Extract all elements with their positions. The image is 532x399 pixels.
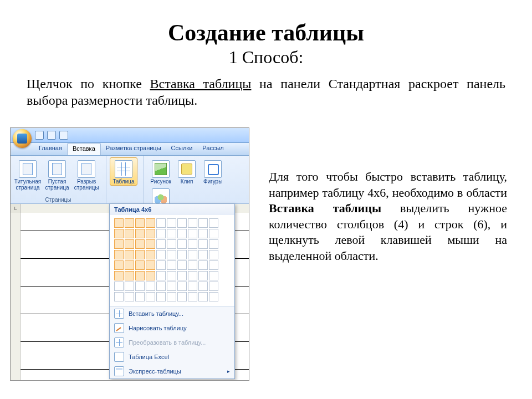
grid-cell[interactable] <box>167 260 176 270</box>
grid-cell[interactable] <box>156 260 166 270</box>
tab-mailings[interactable]: Рассыл <box>197 143 228 155</box>
grid-cell[interactable] <box>209 218 218 228</box>
grid-cell[interactable] <box>114 218 124 228</box>
grid-cell[interactable] <box>135 218 145 228</box>
grid-cell[interactable] <box>135 229 145 238</box>
grid-cell[interactable] <box>114 292 124 301</box>
grid-cell[interactable] <box>167 229 176 238</box>
grid-cell[interactable] <box>114 229 124 238</box>
grid-cell[interactable] <box>198 282 208 291</box>
grid-cell[interactable] <box>167 282 176 291</box>
grid-cell[interactable] <box>188 229 197 238</box>
grid-cell[interactable] <box>177 282 187 291</box>
qat-redo-icon[interactable] <box>59 131 68 140</box>
grid-cell[interactable] <box>114 250 124 259</box>
grid-cell[interactable] <box>188 260 197 270</box>
menu-excel-table[interactable]: Таблица Excel <box>110 350 234 364</box>
grid-cell[interactable] <box>209 260 218 270</box>
menu-draw-table[interactable]: Нарисовать таблицу <box>110 321 234 335</box>
tab-references[interactable]: Ссылки <box>166 143 198 155</box>
grid-cell[interactable] <box>209 282 218 291</box>
grid-cell[interactable] <box>198 271 208 280</box>
grid-cell[interactable] <box>125 271 134 280</box>
tab-insert[interactable]: Вставка <box>67 143 101 155</box>
grid-cell[interactable] <box>177 229 187 238</box>
grid-cell[interactable] <box>146 292 155 301</box>
menu-express-tables[interactable]: Экспресс-таблицы▸ <box>110 364 234 378</box>
grid-cell[interactable] <box>156 229 166 238</box>
grid-cell[interactable] <box>188 292 197 301</box>
grid-cell[interactable] <box>177 292 187 301</box>
grid-cell[interactable] <box>156 218 166 228</box>
grid-cell[interactable] <box>156 250 166 259</box>
tab-layout[interactable]: Разметка страницы <box>101 143 166 155</box>
page-break-button[interactable]: Разрыв страницы <box>73 157 100 191</box>
grid-cell[interactable] <box>177 260 187 270</box>
grid-cell[interactable] <box>167 271 176 280</box>
qat-undo-icon[interactable] <box>47 131 56 140</box>
grid-cell[interactable] <box>198 218 208 228</box>
picture-button[interactable]: Рисунок <box>147 157 175 186</box>
grid-cell[interactable] <box>209 292 218 301</box>
vertical-ruler[interactable] <box>11 213 21 380</box>
clip-button[interactable]: Клип <box>176 157 197 186</box>
grid-cell[interactable] <box>135 282 145 291</box>
grid-cell[interactable] <box>114 271 124 280</box>
grid-cell[interactable] <box>135 250 145 259</box>
grid-cell[interactable] <box>177 271 187 280</box>
grid-cell[interactable] <box>167 218 176 228</box>
office-button[interactable] <box>13 129 32 148</box>
grid-cell[interactable] <box>135 292 145 301</box>
grid-cell[interactable] <box>188 239 197 249</box>
grid-cell[interactable] <box>135 239 145 249</box>
grid-cell[interactable] <box>146 260 155 270</box>
grid-cell[interactable] <box>156 239 166 249</box>
grid-cell[interactable] <box>188 271 197 280</box>
grid-cell[interactable] <box>198 292 208 301</box>
grid-cell[interactable] <box>198 229 208 238</box>
grid-cell[interactable] <box>146 282 155 291</box>
grid-cell[interactable] <box>188 250 197 259</box>
grid-cell[interactable] <box>146 229 155 238</box>
grid-cell[interactable] <box>167 239 176 249</box>
grid-cell[interactable] <box>177 218 187 228</box>
grid-cell[interactable] <box>125 260 134 270</box>
menu-insert-table[interactable]: Вставить таблицу... <box>110 306 234 321</box>
grid-cell[interactable] <box>156 292 166 301</box>
grid-cell[interactable] <box>188 218 197 228</box>
grid-cell[interactable] <box>135 260 145 270</box>
blank-page-button[interactable]: Пустая страница <box>43 157 71 191</box>
grid-cell[interactable] <box>156 271 166 280</box>
grid-cell[interactable] <box>125 218 134 228</box>
grid-cell[interactable] <box>167 250 176 259</box>
grid-cell[interactable] <box>114 260 124 270</box>
grid-cell[interactable] <box>177 239 187 249</box>
grid-cell[interactable] <box>146 250 155 259</box>
grid-cell[interactable] <box>114 282 124 291</box>
grid-cell[interactable] <box>167 292 176 301</box>
grid-cell[interactable] <box>125 282 134 291</box>
grid-cell[interactable] <box>209 271 218 280</box>
cover-page-button[interactable]: Титульная страница <box>14 157 42 191</box>
grid-cell[interactable] <box>125 239 134 249</box>
grid-cell[interactable] <box>125 292 134 301</box>
grid-cell[interactable] <box>209 239 218 249</box>
grid-cell[interactable] <box>114 239 124 249</box>
grid-cell[interactable] <box>198 239 208 249</box>
table-button[interactable]: Таблица <box>110 157 137 186</box>
grid-cell[interactable] <box>146 271 155 280</box>
shapes-button[interactable]: Фигуры <box>199 157 227 186</box>
grid-cell[interactable] <box>125 229 134 238</box>
insert-table-grid[interactable] <box>110 215 234 306</box>
grid-cell[interactable] <box>125 250 134 259</box>
grid-cell[interactable] <box>135 271 145 280</box>
grid-cell[interactable] <box>188 282 197 291</box>
tab-home[interactable]: Главная <box>34 143 67 155</box>
grid-cell[interactable] <box>209 229 218 238</box>
grid-cell[interactable] <box>146 239 155 249</box>
grid-cell[interactable] <box>177 250 187 259</box>
grid-cell[interactable] <box>198 250 208 259</box>
grid-cell[interactable] <box>146 218 155 228</box>
grid-cell[interactable] <box>156 282 166 291</box>
grid-cell[interactable] <box>209 250 218 259</box>
